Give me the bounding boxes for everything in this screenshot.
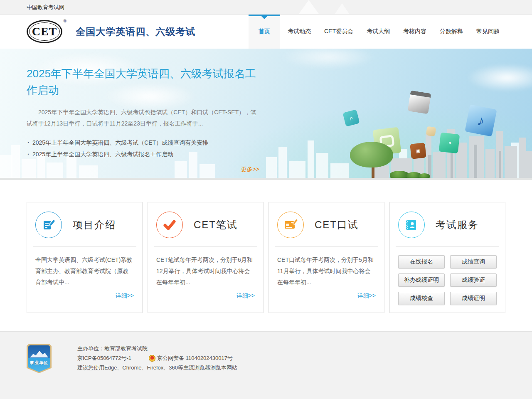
- detail-link[interactable]: 详细>>: [277, 292, 376, 300]
- public-security-record-link[interactable]: 京公网安备 11040202430017号: [157, 354, 233, 363]
- hero-text-block: 2025年下半年全国大学英语四、六级考试报名工作启动 2025年下半年全国大学英…: [27, 65, 259, 173]
- small-cube-icon: [426, 126, 436, 137]
- service-buttons: 在线报名 成绩查询 补办成绩证明 成绩验证 成绩核查 成绩证明: [398, 255, 497, 305]
- card-title: CET笔试: [194, 218, 238, 232]
- divider: [396, 246, 499, 247]
- nav-item-assessment-content[interactable]: 考核内容: [397, 15, 432, 49]
- hero-summary: 2025年下半年全国大学英语四、六级考试包括笔试（CET）和口试（CET-SET…: [27, 107, 259, 129]
- footer-info: 主办单位：教育部教育考试院 京ICP备05064772号-1 京公网安备 110…: [77, 344, 237, 373]
- card-cet-written-test: CET笔试 CET笔试每年开考两次，分别于6月和12月举行，具体考试时间我中心将…: [148, 202, 264, 313]
- nav-item-score-interpretation[interactable]: 分数解释: [434, 15, 469, 49]
- checkmark-icon: [156, 212, 183, 238]
- card-text: CET口试每年开考两次，分别于5月和11月举行，具体考试时间我中心将会在每年年初…: [277, 254, 376, 288]
- nav-item-faq[interactable]: 常见问题: [470, 15, 505, 49]
- nav-item-cet-committee[interactable]: CET委员会: [318, 15, 359, 49]
- hero-banner: ⌕ ◔ ▣ ♪ 2025年下半年全国大学英语四、六级考试报名工作启动 2025年…: [0, 49, 532, 180]
- cards-section: 项目介绍 全国大学英语四、六级考试(CET)系教育部主办、教育部教育考试院（原教…: [0, 180, 532, 399]
- cet-logo-text: CET: [32, 25, 57, 38]
- music-cube-icon: ♪: [465, 104, 497, 136]
- browser-tip: 建议您使用Edge、Chrome、Firefox、360等主流浏览器浏览本网站: [77, 363, 237, 372]
- tree-illustration: [350, 142, 396, 178]
- page-title: 全国大学英语四、六级考试: [76, 25, 195, 38]
- card-cet-oral-test: CET口试 CET口试每年开考两次，分别于5月和11月举行，具体考试时间我中心将…: [268, 202, 384, 313]
- cloud: [266, 49, 391, 74]
- nav-item-home[interactable]: 首页: [249, 15, 280, 49]
- more-link[interactable]: 更多>>: [27, 166, 259, 173]
- card-title: 项目介绍: [73, 218, 116, 232]
- reissue-score-certificate-button[interactable]: 补办成绩证明: [398, 273, 445, 287]
- news-item[interactable]: 2025年上半年全国大学英语四、六级考试报名工作启动: [27, 148, 259, 160]
- footer: 事业单位 主办单位：教育部教育考试院 京ICP备05064772号-1 京公网安…: [0, 331, 532, 399]
- card-exam-services: 考试服务 在线报名 成绩查询 补办成绩证明 成绩验证 成绩核查 成绩证明: [389, 202, 505, 313]
- search-cube-icon: ⌕: [342, 109, 360, 126]
- news-item[interactable]: 2025年上半年全国大学英语四、六级考试（CET）成绩查询有关安排: [27, 137, 259, 148]
- police-badge-icon: [149, 355, 155, 362]
- icp-record-link[interactable]: 京ICP备05064772号-1: [77, 354, 131, 363]
- main-nav: 首页 考试动态 CET委员会 考试大纲 考核内容 分数解释 常见问题: [249, 15, 505, 49]
- piano-cube-icon: [407, 90, 431, 114]
- badge-label: 事业单位: [27, 360, 52, 366]
- cloud: [453, 59, 532, 96]
- card-title: CET口试: [315, 218, 359, 232]
- score-certificate-button[interactable]: 成绩证明: [450, 292, 497, 305]
- detail-link[interactable]: 详细>>: [156, 292, 255, 300]
- cet-logo-oval: CET: [27, 20, 62, 43]
- score-query-button[interactable]: 成绩查询: [450, 255, 497, 268]
- online-registration-button[interactable]: 在线报名: [398, 255, 445, 268]
- card-text: CET笔试每年开考两次，分别于6月和12月举行，具体考试时间我中心将会在每年年初…: [156, 254, 255, 288]
- browser-pencil-icon: [277, 212, 304, 238]
- public-institution-badge[interactable]: 事业单位: [27, 344, 52, 373]
- organizer-line: 主办单位：教育部教育考试院: [77, 344, 237, 353]
- hero-news-list: 2025年上半年全国大学英语四、六级考试（CET）成绩查询有关安排 2025年上…: [27, 137, 259, 160]
- divider: [275, 246, 378, 247]
- detail-link[interactable]: 详细>>: [35, 292, 134, 300]
- nav-item-syllabus[interactable]: 考试大纲: [361, 15, 396, 49]
- ground-strip: [0, 178, 532, 180]
- header: CET ® 全国大学英语四、六级考试 首页 考试动态 CET委员会 考试大纲 考…: [0, 15, 532, 49]
- card-title: 考试服务: [436, 218, 479, 232]
- site-network-link[interactable]: 中国教育考试网: [27, 4, 64, 11]
- card-project-intro: 项目介绍 全国大学英语四、六级考试(CET)系教育部主办、教育部教育考试院（原教…: [27, 202, 143, 313]
- divider: [154, 246, 257, 247]
- top-strip: 中国教育考试网: [0, 0, 532, 15]
- chart-cube-icon: ◔: [439, 133, 460, 154]
- divider: [33, 246, 136, 247]
- card-text: 全国大学英语四、六级考试(CET)系教育部主办、教育部教育考试院（原教育部考试中…: [35, 254, 134, 288]
- calculator-cube-icon: ▣: [410, 143, 426, 159]
- hero-headline-link[interactable]: 2025年下半年全国大学英语四、六级考试报名工作启动: [27, 65, 259, 99]
- document-pencil-icon: [35, 212, 62, 238]
- notebook-person-icon: [398, 212, 425, 238]
- registered-mark: ®: [63, 18, 66, 23]
- score-recheck-button[interactable]: 成绩核查: [398, 292, 445, 305]
- score-verification-button[interactable]: 成绩验证: [450, 273, 497, 287]
- nav-item-exam-news[interactable]: 考试动态: [282, 15, 317, 49]
- cet-logo[interactable]: CET ®: [27, 20, 66, 43]
